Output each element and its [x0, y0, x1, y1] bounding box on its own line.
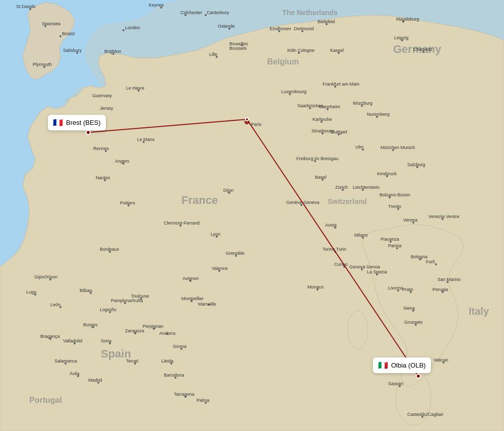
svg-text:Bielefeld: Bielefeld — [318, 19, 335, 24]
svg-text:Dortmund: Dortmund — [294, 26, 314, 31]
svg-text:Liechtenstein: Liechtenstein — [353, 185, 380, 190]
svg-text:Ostende: Ostende — [218, 24, 235, 29]
svg-text:Verona: Verona — [403, 218, 418, 223]
svg-text:Nuremberg: Nuremberg — [367, 112, 390, 117]
svg-text:Cuneo: Cuneo — [334, 262, 348, 267]
svg-text:Köln Cologne: Köln Cologne — [287, 48, 314, 53]
svg-text:London: London — [125, 25, 140, 30]
svg-text:France: France — [181, 194, 218, 206]
svg-text:Strasbourg: Strasbourg — [311, 128, 334, 133]
brest-dot — [86, 130, 91, 135]
svg-text:Lleida: Lleida — [161, 358, 173, 364]
svg-text:Bristol: Bristol — [62, 31, 75, 36]
svg-text:Girona: Girona — [173, 344, 186, 349]
brest-name: Brest (BES) — [66, 119, 101, 126]
svg-text:Marseille: Marseille — [198, 302, 216, 307]
svg-text:Le Havre: Le Havre — [126, 86, 145, 91]
svg-text:Barcelona: Barcelona — [164, 373, 184, 378]
svg-text:Dijon: Dijon — [223, 188, 234, 193]
svg-text:Siena: Siena — [403, 306, 415, 311]
svg-text:Lyon: Lyon — [211, 232, 220, 237]
svg-text:Canterbury: Canterbury — [207, 10, 229, 15]
svg-text:Forlì: Forlì — [426, 259, 435, 264]
svg-text:Salzburg: Salzburg — [407, 162, 425, 167]
svg-text:Poitiers: Poitiers — [120, 200, 136, 205]
svg-text:Brussels: Brussels — [229, 46, 247, 51]
svg-text:Eindhoven: Eindhoven — [270, 26, 291, 31]
svg-text:Bordeaux: Bordeaux — [100, 247, 119, 252]
svg-text:Leipzig: Leipzig — [394, 35, 409, 40]
svg-text:Saarbrücken: Saarbrücken — [297, 103, 323, 108]
svg-point-2 — [348, 311, 368, 349]
svg-text:Avignon: Avignon — [182, 276, 199, 281]
svg-text:Pamplona/Iruña: Pamplona/Iruña — [111, 298, 143, 303]
svg-text:Andorra: Andorra — [159, 331, 175, 336]
svg-text:Venezia Venice: Venezia Venice — [428, 214, 460, 219]
svg-text:Plymouth: Plymouth — [33, 62, 52, 67]
svg-text:Prato: Prato — [402, 287, 413, 292]
svg-text:Valladolid: Valladolid — [63, 338, 82, 343]
svg-text:Kassel: Kassel — [330, 48, 344, 53]
svg-point-30 — [205, 14, 207, 16]
brest-label: 🇫🇷 Brest (BES) — [48, 115, 106, 130]
svg-text:Bilbao: Bilbao — [80, 288, 92, 293]
svg-text:Genève Geneva: Genève Geneva — [286, 200, 320, 205]
svg-text:Bolzano-Bozen: Bolzano-Bozen — [380, 192, 410, 197]
svg-text:Luxembourg: Luxembourg — [281, 89, 306, 94]
svg-text:Bragança: Bragança — [40, 334, 60, 339]
olbia-label: 🇮🇹 Olbia (OLB) — [373, 357, 431, 373]
svg-text:Zürich: Zürich — [335, 185, 348, 190]
svg-text:Magdeburg: Magdeburg — [396, 17, 419, 22]
svg-text:Karlsruhe: Karlsruhe — [312, 117, 332, 122]
svg-text:Perugia: Perugia — [432, 287, 448, 292]
svg-text:Soria: Soria — [101, 338, 111, 343]
svg-text:Livorno: Livorno — [388, 285, 403, 291]
map-container: France Germany Switzerland Belgium The N… — [0, 0, 504, 431]
svg-text:Salamanca: Salamanca — [54, 358, 77, 364]
svg-text:Chemnitz: Chemnitz — [413, 47, 433, 52]
svg-text:Logroño: Logroño — [100, 307, 116, 312]
svg-text:San Marino: San Marino — [437, 277, 461, 282]
svg-text:Lille: Lille — [209, 52, 217, 57]
svg-text:Clermont-Ferrand: Clermont-Ferrand — [164, 221, 200, 226]
svg-point-13 — [59, 35, 61, 37]
svg-text:Rennes: Rennes — [93, 146, 109, 151]
svg-text:León: León — [50, 302, 60, 307]
svg-text:Perpignan: Perpignan — [143, 324, 163, 329]
olbia-flag: 🇮🇹 — [378, 361, 388, 370]
svg-text:Teruel: Teruel — [126, 358, 139, 364]
svg-text:Ulm: Ulm — [355, 145, 363, 150]
svg-text:Gijon/Xixon: Gijon/Xixon — [34, 274, 57, 279]
svg-text:Italy: Italy — [469, 306, 489, 317]
svg-text:Montpellier: Montpellier — [181, 296, 204, 301]
svg-text:Angers: Angers — [115, 159, 130, 164]
svg-text:Keynes: Keynes — [149, 3, 164, 8]
svg-text:Parma: Parma — [388, 243, 402, 248]
svg-text:Bologna: Bologna — [411, 254, 427, 259]
svg-text:Vatican: Vatican — [433, 357, 448, 363]
paris-dot — [245, 117, 249, 121]
svg-text:The Netherlands: The Netherlands — [282, 9, 338, 17]
svg-text:Frankfurt am Main: Frankfurt am Main — [323, 82, 359, 87]
svg-text:Casteddu/Cagliari: Casteddu/Cagliari — [407, 412, 444, 417]
svg-text:Switzerland: Switzerland — [328, 197, 367, 205]
svg-text:Guernsey: Guernsey — [92, 93, 112, 98]
svg-text:Jersey: Jersey — [100, 106, 113, 111]
olbia-dot — [416, 374, 421, 379]
svg-text:Milano: Milano — [354, 233, 368, 238]
svg-text:Würzburg: Würzburg — [353, 101, 372, 106]
svg-text:Colchester: Colchester — [180, 10, 202, 15]
svg-text:Basel: Basel — [315, 175, 327, 180]
svg-text:Brighton: Brighton — [104, 49, 121, 54]
svg-text:Piacenza: Piacenza — [381, 237, 399, 242]
svg-text:Paris: Paris — [251, 122, 262, 127]
svg-text:Lugo: Lugo — [26, 290, 36, 295]
svg-text:St Davids: St Davids — [16, 4, 36, 9]
svg-text:Sassari: Sassari — [388, 381, 403, 386]
svg-text:Aosta: Aosta — [325, 223, 337, 228]
olbia-name: Olbia (OLB) — [391, 362, 426, 369]
svg-text:Trento: Trento — [388, 204, 401, 209]
svg-text:Nantes: Nantes — [96, 175, 110, 180]
svg-text:Palma: Palma — [197, 398, 210, 403]
svg-text:München Munich: München Munich — [381, 145, 415, 150]
